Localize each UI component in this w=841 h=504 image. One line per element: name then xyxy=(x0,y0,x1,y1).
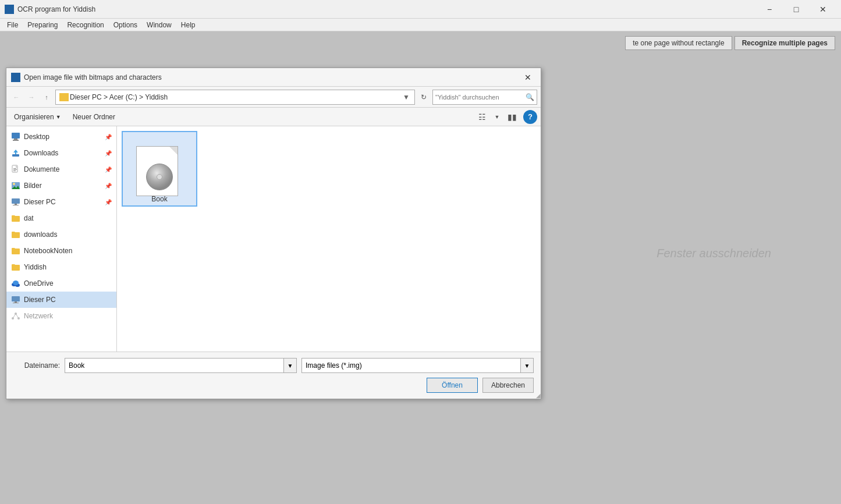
title-bar: OCR program for Yiddish − □ ✕ xyxy=(0,0,841,19)
top-right-buttons: te one page without rectangle Recognize … xyxy=(625,36,835,50)
pin-icon: 📌 xyxy=(105,183,112,189)
svg-rect-3 xyxy=(12,154,19,157)
menu-file[interactable]: File xyxy=(2,20,23,30)
sidebar-item-dieser-pc[interactable]: Dieser PC xyxy=(6,292,116,308)
app-title: OCR program for Yiddish xyxy=(17,5,95,13)
sidebar-item-onedrive[interactable]: OneDrive xyxy=(6,275,116,292)
refresh-button[interactable]: ↻ xyxy=(417,91,430,104)
filename-label: Dateiname: xyxy=(13,361,60,370)
address-path[interactable]: Dieser PC > Acer (C:) > Yiddish ▼ xyxy=(55,90,415,105)
menu-preparing[interactable]: Preparing xyxy=(23,20,62,30)
sidebar-item-dat[interactable]: dat xyxy=(6,210,116,226)
filename-dropdown-button[interactable]: ▼ xyxy=(283,359,296,372)
new-folder-button[interactable]: Neuer Ordner xyxy=(69,111,119,123)
pc-icon xyxy=(11,197,20,207)
sidebar-item-netzwerk[interactable]: Netzwerk xyxy=(6,308,116,324)
filetype-input[interactable] xyxy=(302,361,520,370)
dialog-bottom: Dateiname: ▼ ▼ Öffnen Abbrechen xyxy=(6,352,541,399)
search-input[interactable] xyxy=(435,94,526,101)
svg-line-27 xyxy=(16,314,19,318)
app-body: te one page without rectangle Recognize … xyxy=(0,31,841,504)
sidebar-item-dieser-pc-pinned[interactable]: Dieser PC 📌 xyxy=(6,194,116,210)
sidebar-item-desktop[interactable]: Desktop 📌 xyxy=(6,129,116,145)
pin-icon: 📌 xyxy=(105,166,112,173)
svg-rect-5 xyxy=(15,152,16,154)
svg-rect-20 xyxy=(12,296,20,301)
close-button[interactable]: ✕ xyxy=(810,0,836,19)
svg-rect-10 xyxy=(13,171,16,171)
filename-input[interactable] xyxy=(65,361,283,370)
pictures-icon xyxy=(11,181,20,190)
title-bar-controls: − □ ✕ xyxy=(756,0,836,19)
search-icon: 🔍 xyxy=(526,93,534,101)
up-button[interactable]: ↑ xyxy=(40,91,53,104)
menu-help[interactable]: Help xyxy=(176,20,200,30)
svg-rect-9 xyxy=(13,169,17,170)
svg-point-19 xyxy=(13,281,19,285)
maximize-button[interactable]: □ xyxy=(783,0,810,19)
sidebar-item-notebooknoten[interactable]: NotebookNoten xyxy=(6,243,116,259)
pin-icon: 📌 xyxy=(105,150,112,157)
minimize-button[interactable]: − xyxy=(756,0,783,19)
svg-marker-4 xyxy=(13,150,18,152)
svg-rect-14 xyxy=(12,198,20,204)
svg-rect-22 xyxy=(13,303,19,303)
sidebar-item-downloads[interactable]: Downloads 📌 xyxy=(6,145,116,161)
sidebar-item-downloads-folder[interactable]: downloads xyxy=(6,226,116,243)
sidebar: Desktop 📌 Downloads 📌 xyxy=(6,126,117,352)
path-text: Dieser PC > Acer (C:) > Yiddish xyxy=(70,93,400,101)
folder-yiddish-icon xyxy=(11,262,20,272)
onedrive-icon xyxy=(11,279,20,288)
folder-icon xyxy=(59,93,69,101)
help-button[interactable]: ? xyxy=(523,110,537,124)
desktop-icon xyxy=(11,132,20,141)
svg-rect-0 xyxy=(12,133,20,139)
menu-options[interactable]: Options xyxy=(109,20,142,30)
filename-row: Dateiname: ▼ ▼ xyxy=(13,358,534,373)
organize-button[interactable]: Organisieren ▼ xyxy=(10,111,65,123)
open-button[interactable]: Öffnen xyxy=(427,378,478,393)
path-dropdown-icon[interactable]: ▼ xyxy=(402,93,411,101)
sidebar-item-bilder[interactable]: Bilder 📌 xyxy=(6,178,116,194)
menu-recognition[interactable]: Recognition xyxy=(62,20,108,30)
file-icon-book xyxy=(136,146,183,193)
svg-point-12 xyxy=(13,183,15,185)
dialog-title-text: Open image file with bitmaps and charact… xyxy=(24,73,162,81)
menu-window[interactable]: Window xyxy=(142,20,176,30)
view-list-button[interactable]: ☷ xyxy=(474,110,489,124)
title-bar-left: OCR program for Yiddish xyxy=(5,5,95,14)
file-item-book[interactable]: Book xyxy=(122,131,197,207)
file-dialog: Open image file with bitmaps and charact… xyxy=(6,68,541,399)
forward-button[interactable]: → xyxy=(25,91,38,104)
file-area: Book xyxy=(117,126,541,352)
filetype-dropdown-button[interactable]: ▼ xyxy=(520,359,533,372)
documents-icon xyxy=(11,165,20,174)
preview-pane-button[interactable]: ▮▮ xyxy=(505,110,520,124)
cancel-button[interactable]: Abbrechen xyxy=(482,378,534,393)
folder-notebooknoten-icon xyxy=(11,246,20,255)
sidebar-item-yiddish[interactable]: Yiddish xyxy=(6,259,116,275)
back-button[interactable]: ← xyxy=(10,91,23,104)
recognize-one-button[interactable]: te one page without rectangle xyxy=(625,36,732,50)
dialog-icon xyxy=(11,73,20,82)
svg-rect-2 xyxy=(13,140,19,141)
pc-selected-icon xyxy=(11,295,20,304)
dialog-title-left: Open image file with bitmaps and charact… xyxy=(11,73,162,82)
folder-downloads-icon xyxy=(11,230,20,239)
folder-dat-icon xyxy=(11,214,20,223)
file-name-book: Book xyxy=(151,195,167,203)
resize-handle[interactable]: ◢ xyxy=(535,393,541,399)
sidebar-item-dokumente[interactable]: Dokumente 📌 xyxy=(6,161,116,178)
search-box: 🔍 xyxy=(432,90,537,105)
dialog-toolbar: Organisieren ▼ Neuer Ordner ☷ ▼ ▮▮ ? xyxy=(6,108,541,126)
recognize-multi-button[interactable]: Recognize multiple pages xyxy=(734,36,835,50)
address-bar: ← → ↑ Dieser PC > Acer (C:) > Yiddish ▼ … xyxy=(6,87,541,108)
svg-line-26 xyxy=(13,314,16,318)
svg-rect-21 xyxy=(15,301,17,303)
view-dropdown-button[interactable]: ▼ xyxy=(489,110,505,124)
dialog-content: Desktop 📌 Downloads 📌 xyxy=(6,126,541,352)
network-icon xyxy=(11,311,20,321)
cd-icon xyxy=(146,164,173,190)
gray-overlay-text: Fenster ausschneiden xyxy=(657,247,771,260)
dialog-close-button[interactable]: ✕ xyxy=(520,70,536,84)
